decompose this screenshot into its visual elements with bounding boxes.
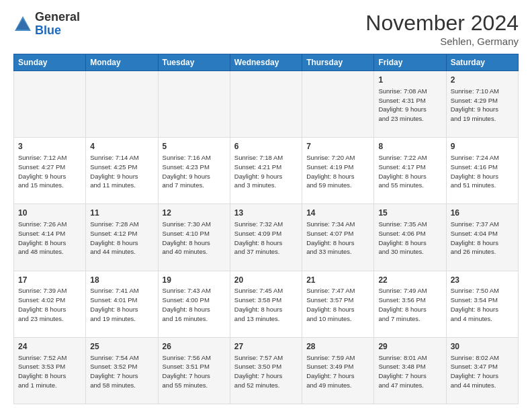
- logo-general-text: General: [35, 11, 80, 24]
- calendar-cell: 15Sunrise: 7:35 AM Sunset: 4:06 PM Dayli…: [374, 204, 446, 271]
- day-info: Sunrise: 7:41 AM Sunset: 4:01 PM Dayligh…: [90, 286, 153, 323]
- calendar-cell: 22Sunrise: 7:49 AM Sunset: 3:56 PM Dayli…: [374, 271, 446, 337]
- day-number: 28: [306, 341, 369, 353]
- calendar-cell: 20Sunrise: 7:45 AM Sunset: 3:58 PM Dayli…: [230, 271, 302, 337]
- calendar-cell: 24Sunrise: 7:52 AM Sunset: 3:53 PM Dayli…: [14, 337, 86, 404]
- calendar-cell: 7Sunrise: 7:20 AM Sunset: 4:19 PM Daylig…: [302, 138, 374, 204]
- calendar-cell: 13Sunrise: 7:32 AM Sunset: 4:09 PM Dayli…: [230, 204, 302, 271]
- calendar-cell: 6Sunrise: 7:18 AM Sunset: 4:21 PM Daylig…: [230, 138, 302, 204]
- day-number: 7: [306, 141, 369, 152]
- day-info: Sunrise: 7:57 AM Sunset: 3:50 PM Dayligh…: [234, 353, 298, 390]
- day-number: 19: [163, 275, 226, 286]
- day-info: Sunrise: 7:35 AM Sunset: 4:06 PM Dayligh…: [378, 220, 441, 257]
- day-info: Sunrise: 7:26 AM Sunset: 4:14 PM Dayligh…: [18, 220, 81, 257]
- day-info: Sunrise: 7:34 AM Sunset: 4:07 PM Dayligh…: [306, 220, 369, 257]
- calendar-cell: [302, 71, 374, 138]
- day-number: 13: [234, 208, 298, 219]
- calendar-cell: 8Sunrise: 7:22 AM Sunset: 4:17 PM Daylig…: [374, 138, 446, 204]
- calendar-cell: 17Sunrise: 7:39 AM Sunset: 4:02 PM Dayli…: [14, 271, 86, 337]
- day-number: 30: [451, 341, 514, 353]
- day-info: Sunrise: 7:49 AM Sunset: 3:56 PM Dayligh…: [378, 286, 441, 323]
- day-info: Sunrise: 8:01 AM Sunset: 3:48 PM Dayligh…: [378, 353, 441, 390]
- calendar-cell: 29Sunrise: 8:01 AM Sunset: 3:48 PM Dayli…: [374, 337, 446, 404]
- day-info: Sunrise: 7:10 AM Sunset: 4:29 PM Dayligh…: [451, 87, 514, 124]
- day-number: 16: [451, 208, 514, 219]
- header-wednesday: Wednesday: [230, 54, 302, 71]
- day-info: Sunrise: 7:08 AM Sunset: 4:31 PM Dayligh…: [378, 87, 441, 124]
- day-number: 4: [90, 141, 153, 152]
- calendar-cell: [158, 71, 230, 138]
- day-number: 20: [234, 275, 298, 286]
- month-title: November 2024: [365, 11, 519, 36]
- day-info: Sunrise: 7:45 AM Sunset: 3:58 PM Dayligh…: [234, 286, 298, 323]
- day-info: Sunrise: 7:14 AM Sunset: 4:25 PM Dayligh…: [90, 153, 153, 190]
- calendar-cell: 26Sunrise: 7:56 AM Sunset: 3:51 PM Dayli…: [158, 337, 230, 404]
- calendar-week-row: 1Sunrise: 7:08 AM Sunset: 4:31 PM Daylig…: [14, 71, 519, 138]
- logo-text: General Blue: [35, 11, 80, 38]
- header-tuesday: Tuesday: [158, 54, 230, 71]
- day-info: Sunrise: 7:56 AM Sunset: 3:51 PM Dayligh…: [163, 353, 226, 390]
- calendar-cell: 21Sunrise: 7:47 AM Sunset: 3:57 PM Dayli…: [302, 271, 374, 337]
- page: General Blue November 2024 Sehlen, Germa…: [0, 0, 532, 411]
- day-number: 5: [163, 141, 226, 152]
- day-info: Sunrise: 7:24 AM Sunset: 4:16 PM Dayligh…: [451, 153, 514, 190]
- title-block: November 2024 Sehlen, Germany: [365, 11, 519, 47]
- day-info: Sunrise: 7:12 AM Sunset: 4:27 PM Dayligh…: [18, 153, 81, 190]
- day-number: 26: [163, 341, 226, 353]
- day-number: 10: [18, 208, 81, 219]
- calendar-cell: 30Sunrise: 8:02 AM Sunset: 3:47 PM Dayli…: [446, 337, 518, 404]
- day-number: 9: [451, 141, 514, 152]
- day-info: Sunrise: 7:52 AM Sunset: 3:53 PM Dayligh…: [18, 353, 81, 390]
- day-info: Sunrise: 7:16 AM Sunset: 4:23 PM Dayligh…: [163, 153, 226, 190]
- calendar-cell: 4Sunrise: 7:14 AM Sunset: 4:25 PM Daylig…: [86, 138, 158, 204]
- weekday-header-row: Sunday Monday Tuesday Wednesday Thursday…: [14, 54, 519, 71]
- day-info: Sunrise: 7:47 AM Sunset: 3:57 PM Dayligh…: [306, 286, 369, 323]
- calendar-week-row: 10Sunrise: 7:26 AM Sunset: 4:14 PM Dayli…: [14, 204, 519, 271]
- calendar-cell: 23Sunrise: 7:50 AM Sunset: 3:54 PM Dayli…: [446, 271, 518, 337]
- day-info: Sunrise: 7:39 AM Sunset: 4:02 PM Dayligh…: [18, 286, 81, 323]
- calendar-cell: 12Sunrise: 7:30 AM Sunset: 4:10 PM Dayli…: [158, 204, 230, 271]
- calendar-cell: 2Sunrise: 7:10 AM Sunset: 4:29 PM Daylig…: [446, 71, 518, 138]
- day-number: 15: [378, 208, 441, 219]
- header-saturday: Saturday: [446, 54, 518, 71]
- day-info: Sunrise: 7:37 AM Sunset: 4:04 PM Dayligh…: [451, 220, 514, 257]
- header-monday: Monday: [86, 54, 158, 71]
- calendar-week-row: 24Sunrise: 7:52 AM Sunset: 3:53 PM Dayli…: [14, 337, 519, 404]
- logo: General Blue: [13, 11, 80, 38]
- day-number: 14: [306, 208, 369, 219]
- day-number: 24: [18, 341, 81, 353]
- day-info: Sunrise: 7:30 AM Sunset: 4:10 PM Dayligh…: [163, 220, 226, 257]
- calendar-cell: 25Sunrise: 7:54 AM Sunset: 3:52 PM Dayli…: [86, 337, 158, 404]
- day-number: 6: [234, 141, 298, 152]
- calendar-header: Sunday Monday Tuesday Wednesday Thursday…: [14, 54, 519, 71]
- calendar-cell: 28Sunrise: 7:59 AM Sunset: 3:49 PM Dayli…: [302, 337, 374, 404]
- calendar-cell: [230, 71, 302, 138]
- day-info: Sunrise: 7:50 AM Sunset: 3:54 PM Dayligh…: [451, 286, 514, 323]
- calendar-week-row: 17Sunrise: 7:39 AM Sunset: 4:02 PM Dayli…: [14, 271, 519, 337]
- day-info: Sunrise: 7:28 AM Sunset: 4:12 PM Dayligh…: [90, 220, 153, 257]
- header-sunday: Sunday: [14, 54, 86, 71]
- calendar-cell: 11Sunrise: 7:28 AM Sunset: 4:12 PM Dayli…: [86, 204, 158, 271]
- day-number: 27: [234, 341, 298, 353]
- calendar-cell: 3Sunrise: 7:12 AM Sunset: 4:27 PM Daylig…: [14, 138, 86, 204]
- day-info: Sunrise: 7:18 AM Sunset: 4:21 PM Dayligh…: [234, 153, 298, 190]
- day-info: Sunrise: 8:02 AM Sunset: 3:47 PM Dayligh…: [451, 353, 514, 390]
- calendar-cell: 16Sunrise: 7:37 AM Sunset: 4:04 PM Dayli…: [446, 204, 518, 271]
- svg-marker-1: [16, 19, 30, 30]
- day-number: 18: [90, 275, 153, 286]
- calendar-cell: 14Sunrise: 7:34 AM Sunset: 4:07 PM Dayli…: [302, 204, 374, 271]
- calendar-body: 1Sunrise: 7:08 AM Sunset: 4:31 PM Daylig…: [14, 71, 519, 404]
- day-number: 23: [451, 275, 514, 286]
- header-thursday: Thursday: [302, 54, 374, 71]
- logo-icon: [13, 15, 32, 34]
- header-friday: Friday: [374, 54, 446, 71]
- day-info: Sunrise: 7:20 AM Sunset: 4:19 PM Dayligh…: [306, 153, 369, 190]
- logo-blue-text: Blue: [35, 24, 80, 38]
- day-number: 21: [306, 275, 369, 286]
- day-number: 8: [378, 141, 441, 152]
- day-info: Sunrise: 7:54 AM Sunset: 3:52 PM Dayligh…: [90, 353, 153, 390]
- calendar: Sunday Monday Tuesday Wednesday Thursday…: [13, 54, 519, 404]
- calendar-cell: 9Sunrise: 7:24 AM Sunset: 4:16 PM Daylig…: [446, 138, 518, 204]
- day-info: Sunrise: 7:32 AM Sunset: 4:09 PM Dayligh…: [234, 220, 298, 257]
- day-number: 25: [90, 341, 153, 353]
